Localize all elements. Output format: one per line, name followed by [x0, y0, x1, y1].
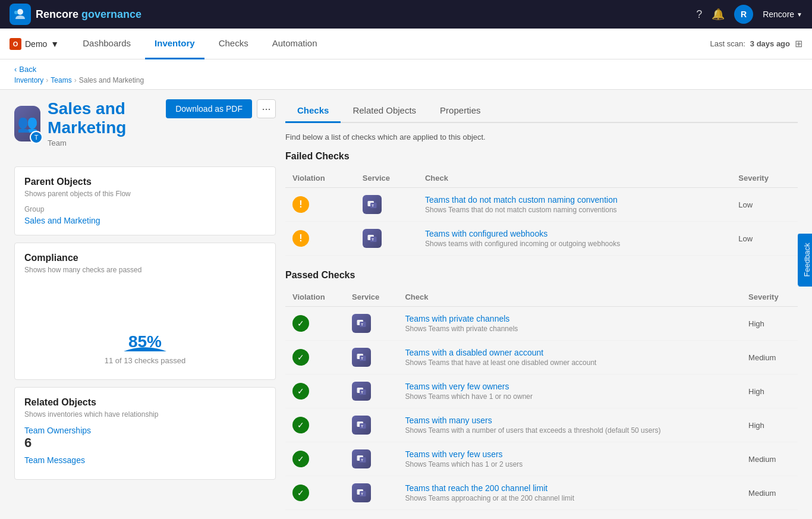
user-name[interactable]: Rencore ▼: [763, 10, 802, 19]
teams-service-icon-2: T: [363, 229, 382, 248]
tab-checks[interactable]: Checks: [209, 29, 258, 59]
svg-text:T: T: [361, 357, 363, 360]
passed-check-desc-1: Shows Teams with private channels: [405, 325, 734, 333]
failed-check-row-2: ! T Teams with configured webhooks: [285, 222, 798, 256]
gauge-label: 11 of 13 checks passed: [105, 356, 186, 365]
teams-service-icon-3: T: [352, 314, 371, 333]
breadcrumb-sep-1: ›: [46, 76, 48, 84]
violation-warning-icon-1: !: [292, 196, 309, 213]
svg-text:T: T: [361, 458, 363, 462]
tab-checks-content[interactable]: Checks: [285, 99, 341, 123]
content-tabs: Checks Related Objects Properties: [285, 99, 798, 123]
svg-text:T: T: [361, 391, 363, 394]
related-objects-subtitle: Shows inventories which have relationshi…: [24, 410, 266, 419]
notifications-icon[interactable]: 🔔: [712, 8, 725, 21]
group-link[interactable]: Sales and Marketing: [24, 216, 100, 225]
teams-service-icon-6: T: [352, 416, 371, 435]
violation-warning-icon-2: !: [292, 230, 309, 247]
failed-check-name-1[interactable]: Teams that do not match custom naming co…: [425, 195, 724, 205]
svg-text:T: T: [372, 238, 374, 241]
teams-service-icon-5: T: [352, 382, 371, 401]
feedback-tab[interactable]: Feedback: [798, 233, 812, 286]
failed-check-row-1: ! T Teams that do not match custom nam: [285, 188, 798, 222]
col-service-failed: Service: [355, 169, 418, 188]
parent-objects-title: Parent Objects: [24, 177, 266, 187]
last-scan-label: Last scan:: [710, 39, 745, 48]
related-objects-title: Related Objects: [24, 397, 266, 408]
tab-automation[interactable]: Automation: [263, 29, 327, 59]
demo-chevron-icon: ▼: [51, 39, 59, 49]
col-severity-failed: Severity: [731, 169, 798, 188]
team-icon-large: 👥 T: [14, 106, 40, 141]
office-icon: O: [10, 38, 21, 50]
teams-service-icon-1: T: [363, 195, 382, 214]
tab-inventory[interactable]: Inventory: [145, 29, 204, 59]
col-violation-failed: Violation: [285, 169, 355, 188]
passed-check-name-3[interactable]: Teams with very few owners: [405, 382, 734, 391]
svg-text:T: T: [361, 424, 363, 428]
demo-label: Demo: [25, 39, 47, 49]
failed-checks-table: Violation Service Check Severity !: [285, 169, 798, 256]
team-messages-link[interactable]: Team Messages: [24, 455, 85, 465]
back-link[interactable]: ‹ Back: [14, 65, 36, 74]
passed-check-row-1: ✓ T Teams with private channels Shows Te…: [285, 307, 798, 341]
passed-check-name-2[interactable]: Teams with a disabled owner account: [405, 348, 734, 357]
breadcrumb-sep-2: ›: [74, 76, 77, 84]
nav-tabs: Dashboards Inventory Checks Automation: [73, 29, 326, 59]
tab-properties[interactable]: Properties: [428, 99, 492, 123]
teams-emoji-icon: 👥: [17, 114, 38, 133]
compliance-card: Compliance Shows how many checks are pas…: [14, 243, 276, 380]
breadcrumb-area: ‹ Back Inventory › Teams › Sales and Mar…: [0, 59, 812, 90]
download-pdf-button[interactable]: Download as PDF: [166, 99, 252, 118]
passed-severity-3: High: [748, 387, 764, 396]
page-title: Sales and Marketing: [48, 99, 166, 137]
passed-check-name-6[interactable]: Teams that reach the 200 channel limit: [405, 483, 734, 493]
page-subtitle: Team: [48, 139, 166, 147]
violation-pass-icon-1: ✓: [292, 315, 309, 332]
demo-selector[interactable]: O Demo ▼: [10, 38, 59, 50]
passed-check-row-5: ✓ T Teams with very few users Shows Team…: [285, 442, 798, 476]
passed-check-desc-5: Shows Teams which has 1 or 2 users: [405, 460, 734, 468]
svg-text:T: T: [361, 492, 363, 496]
secondary-nav-left: O Demo ▼ Dashboards Inventory Checks Aut…: [10, 29, 327, 59]
secondary-nav: O Demo ▼ Dashboards Inventory Checks Aut…: [0, 29, 812, 59]
passed-check-name-4[interactable]: Teams with many users: [405, 416, 734, 425]
help-icon[interactable]: ?: [696, 8, 702, 21]
top-nav-right: ? 🔔 R Rencore ▼: [696, 5, 802, 24]
passed-check-desc-6: Shows Teams approaching or at the 200 ch…: [405, 494, 734, 502]
compliance-title: Compliance: [24, 253, 266, 263]
passed-check-name-5[interactable]: Teams with very few users: [405, 449, 734, 459]
violation-pass-icon-3: ✓: [292, 383, 309, 400]
failed-check-name-2[interactable]: Teams with configured webhooks: [425, 229, 724, 238]
tab-related-objects[interactable]: Related Objects: [341, 99, 428, 123]
col-check-passed: Check: [398, 288, 741, 307]
failed-severity-1: Low: [738, 200, 753, 209]
failed-check-desc-2: Shows teams with configured incoming or …: [425, 240, 724, 248]
last-scan-value: 3 days ago: [750, 39, 790, 48]
teams-service-icon-8: T: [352, 483, 371, 502]
tab-dashboards[interactable]: Dashboards: [73, 29, 140, 59]
passed-checks-table: Violation Service Check Severity ✓ T Tea…: [285, 288, 798, 510]
passed-check-name-1[interactable]: Teams with private channels: [405, 314, 734, 323]
col-severity-passed: Severity: [741, 288, 798, 307]
parent-objects-subtitle: Shows parent objects of this Flow: [24, 190, 266, 198]
scan-icon: ⊞: [795, 38, 802, 49]
right-panel: Checks Related Objects Properties Find b…: [285, 99, 798, 519]
passed-check-row-3: ✓ T Teams with very few owners Shows Tea…: [285, 375, 798, 408]
breadcrumb-inventory[interactable]: Inventory: [14, 76, 43, 84]
more-options-button[interactable]: ···: [257, 99, 276, 118]
passed-checks-title: Passed Checks: [285, 270, 798, 281]
team-ownerships-count: 6: [24, 435, 266, 451]
svg-point-0: [17, 9, 23, 15]
passed-check-desc-3: Shows Teams which have 1 or no owner: [405, 392, 734, 401]
page-header-row: 👥 T Sales and Marketing Team Download as…: [14, 99, 276, 157]
gauge-percent: 85%: [86, 332, 204, 351]
col-violation-passed: Violation: [285, 288, 345, 307]
team-ownerships-link[interactable]: Team Ownerships: [24, 426, 91, 435]
teams-service-icon-4: T: [352, 348, 371, 367]
page-header: 👥 T Sales and Marketing Team: [14, 99, 166, 147]
checks-intro: Find below a list of checks which are ap…: [285, 133, 798, 141]
svg-rect-1: [14, 11, 18, 14]
breadcrumb-teams[interactable]: Teams: [51, 76, 71, 84]
main-content: 👥 T Sales and Marketing Team Download as…: [0, 90, 812, 519]
